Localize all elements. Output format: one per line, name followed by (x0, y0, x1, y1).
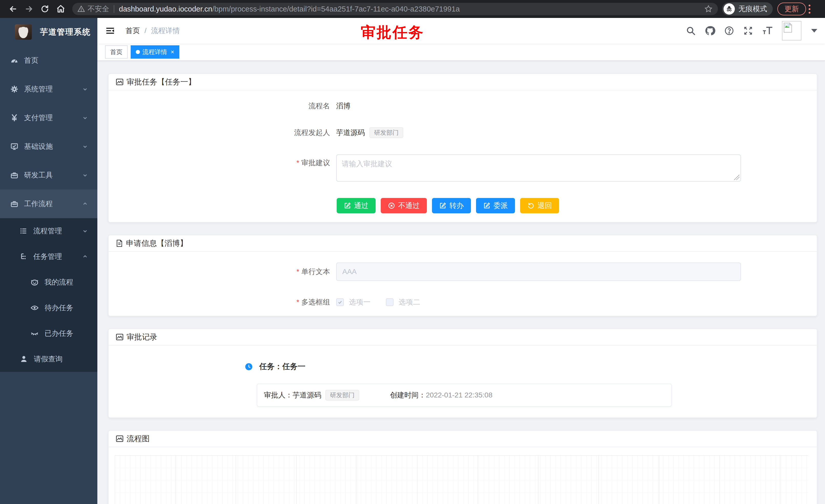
pass-button[interactable]: 通过 (336, 198, 376, 213)
sidebar-item-my-process[interactable]: 我的流程 (0, 269, 97, 295)
sidebar-item-label: 首页 (24, 56, 39, 65)
sidebar: 芋道管理系统 首页 系统管理 支付管理 基础设施 (0, 18, 97, 504)
fullscreen-icon[interactable] (743, 26, 753, 36)
active-tag-dot (136, 50, 140, 54)
sidebar-item-label: 流程管理 (33, 226, 62, 236)
font-size-icon[interactable] (762, 26, 773, 36)
create-time-label: 创建时间： (390, 390, 426, 400)
gear-icon (10, 85, 18, 93)
field-label: 流程发起人 (117, 128, 336, 138)
url-text[interactable]: dashboard.yudao.iocoder.cn/bpm/process-i… (119, 5, 704, 13)
sidebar-item-payment[interactable]: 支付管理 (0, 103, 97, 132)
browser-menu-icon[interactable] (809, 5, 810, 14)
sidebar-item-task-mgmt[interactable]: 任务管理 (0, 244, 97, 269)
sidebar-item-devtools[interactable]: 研发工具 (0, 161, 97, 189)
tag-close-icon[interactable]: × (171, 49, 174, 56)
broken-image-icon (783, 22, 792, 33)
sidebar-item-label: 请假查询 (34, 354, 63, 364)
navbar-actions (686, 21, 817, 40)
sidebar-item-system[interactable]: 系统管理 (0, 75, 97, 103)
bookmark-star-icon[interactable] (704, 5, 713, 13)
chrome-update-button[interactable]: 更新 (777, 3, 806, 15)
workflow-submenu: 流程管理 任务管理 我的流程 待办任务 (0, 218, 97, 372)
breadcrumb-home[interactable]: 首页 (126, 26, 140, 35)
edit-icon (483, 202, 491, 209)
sidebar-logo[interactable]: 芋道管理系统 (0, 18, 97, 46)
bpmn-canvas[interactable] (115, 455, 808, 504)
sidebar-item-done-tasks[interactable]: 已办任务 (0, 321, 97, 346)
dept-tag: 研发部门 (369, 127, 403, 138)
edit-icon (439, 202, 446, 209)
task-label: 任务：任务一 (259, 361, 305, 372)
screen: 不安全 dashboard.yudao.iocoder.cn/bpm/proce… (0, 0, 825, 504)
url-bar[interactable]: 不安全 dashboard.yudao.iocoder.cn/bpm/proce… (72, 3, 718, 15)
sidebar-item-infra[interactable]: 基础设施 (0, 132, 97, 161)
tag-home[interactable]: 首页 (105, 45, 128, 59)
tag-process-detail[interactable]: 流程详情 × (131, 45, 179, 59)
sidebar-item-workflow[interactable]: 工作流程 (0, 189, 97, 218)
incognito-label: 无痕模式 (738, 4, 767, 14)
approval-task-card: 审批任务【任务一】 流程名 滔博 流程发起人 芋道源码 研发部门 (108, 74, 817, 223)
card-header: 审批任务【任务一】 (108, 74, 817, 90)
refresh-left-icon (527, 202, 534, 209)
return-button[interactable]: 退回 (520, 198, 559, 213)
sidebar-item-label: 我的流程 (45, 277, 73, 287)
document-icon (115, 239, 124, 247)
omnibox-separator (114, 5, 114, 13)
sidebar-item-label: 已办任务 (45, 329, 73, 338)
home-icon[interactable] (56, 4, 66, 14)
avatar[interactable] (782, 21, 802, 40)
form-item-process-name: 流程名 滔博 (117, 101, 809, 111)
github-icon[interactable] (704, 25, 715, 36)
sidebar-item-todo-tasks[interactable]: 待办任务 (0, 295, 97, 321)
approval-actions: 通过 不通过 转办 委 (336, 198, 809, 213)
sidebar-item-label: 支付管理 (24, 113, 53, 123)
card-title: 审批任务【任务一】 (127, 77, 196, 87)
logo-image (15, 24, 32, 40)
breadcrumb-separator: / (145, 27, 147, 35)
reject-button[interactable]: 不通过 (381, 198, 427, 213)
security-warning[interactable]: 不安全 (77, 4, 109, 14)
sidebar-item-process-mgmt[interactable]: 流程管理 (0, 218, 97, 244)
circle-close-icon (388, 202, 395, 209)
card-body (108, 447, 817, 504)
app-window: 芋道管理系统 首页 系统管理 支付管理 基础设施 (0, 18, 825, 504)
list-icon (19, 227, 28, 235)
warning-triangle-icon (77, 5, 85, 13)
avatar-dropdown-caret[interactable] (811, 29, 817, 32)
eye-closed-icon (30, 329, 39, 338)
suggestion-textarea[interactable]: 请输入审批建议 (336, 154, 741, 182)
chevron-down-icon (81, 228, 89, 235)
delegate-button[interactable]: 委派 (476, 198, 515, 213)
incognito-icon (724, 3, 735, 15)
resize-grip[interactable] (734, 174, 739, 180)
textarea-placeholder: 请输入审批建议 (342, 160, 392, 168)
search-icon[interactable] (686, 26, 696, 36)
breadcrumb: 首页 / 流程详情 (126, 26, 180, 35)
field-label-required: 多选框组 (117, 297, 336, 307)
card-body: 流程名 滔博 流程发起人 芋道源码 研发部门 审批建议 (108, 90, 817, 222)
sidebar-item-home[interactable]: 首页 (0, 46, 97, 75)
chevron-down-icon (81, 86, 89, 93)
initiator-value: 芋道源码 研发部门 (336, 127, 403, 138)
dashboard-icon (10, 56, 18, 65)
create-time-value: 2022-01-21 22:35:08 (426, 391, 493, 399)
transfer-button[interactable]: 转办 (432, 198, 471, 213)
back-icon[interactable] (8, 4, 18, 14)
sidebar-item-leave-query[interactable]: 请假查询 (0, 346, 97, 372)
sidebar-item-label: 系统管理 (24, 84, 53, 94)
app-title: 芋道管理系统 (40, 27, 91, 37)
help-icon[interactable] (724, 26, 734, 36)
forward-icon[interactable] (24, 4, 34, 14)
card-title: 申请信息【滔博】 (126, 238, 188, 249)
app-navbar: 首页 / 流程详情 (97, 18, 825, 44)
tags-view-bar: 首页 流程详情 × (97, 44, 825, 61)
chevron-down-icon (81, 114, 89, 121)
reload-icon[interactable] (40, 4, 50, 14)
page-content: 审批任务【任务一】 流程名 滔博 流程发起人 芋道源码 研发部门 (97, 61, 825, 504)
incognito-badge: 无痕模式 (722, 2, 773, 16)
edit-icon (344, 202, 351, 209)
sidebar-toggle-icon[interactable] (105, 26, 115, 36)
picture-icon (115, 333, 124, 341)
picture-icon (115, 78, 124, 86)
